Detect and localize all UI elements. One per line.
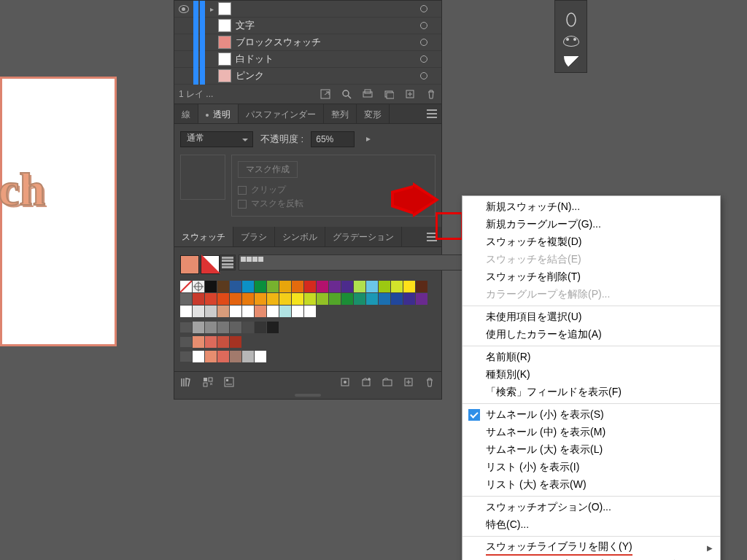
menu-item[interactable]: 未使用項目を選択(U) (462, 308, 720, 326)
swatch[interactable] (255, 281, 266, 292)
swatch[interactable] (217, 293, 229, 305)
menu-item[interactable]: 種類別(K) (462, 366, 720, 384)
swatch[interactable] (255, 351, 266, 362)
menu-item[interactable]: スウォッチライブラリを交換用として保存(V)... (462, 556, 720, 560)
list-view-button[interactable] (220, 254, 236, 271)
new-layer-icon[interactable] (403, 88, 416, 101)
target-icon[interactable] (420, 39, 427, 46)
swatch[interactable] (366, 281, 378, 292)
swatch[interactable] (354, 293, 365, 305)
swatch[interactable] (180, 306, 192, 317)
swatch[interactable] (205, 322, 217, 333)
menu-item[interactable]: 「検索」フィールドを表示(F) (462, 384, 720, 401)
target-icon[interactable] (420, 5, 427, 12)
menu-item[interactable]: スウォッチオプション(O)... (462, 499, 720, 516)
swatch[interactable] (242, 351, 254, 362)
swatch[interactable] (217, 351, 229, 362)
swatch[interactable] (391, 281, 403, 292)
swatch[interactable] (230, 306, 241, 317)
swatch[interactable] (267, 322, 279, 333)
layer-row[interactable]: 白ドット (174, 51, 441, 68)
swatch[interactable] (267, 293, 279, 305)
swatch[interactable] (242, 293, 254, 305)
current-swatch[interactable] (180, 255, 220, 274)
clip-checkbox[interactable] (238, 186, 247, 195)
menu-item[interactable]: 新規スウォッチ(N)... (462, 198, 720, 216)
swatch[interactable] (292, 293, 303, 305)
layer-row[interactable]: ▸ (174, 1, 441, 18)
swatch[interactable] (193, 351, 204, 362)
swatch[interactable] (205, 281, 217, 292)
panel-resize-grip[interactable] (174, 392, 441, 399)
swatch-options-icon[interactable] (222, 376, 235, 388)
swatch[interactable] (242, 281, 254, 292)
opacity-input[interactable]: 65% (311, 131, 355, 147)
opacity-slider-arrow-icon[interactable] (362, 133, 374, 146)
swatch[interactable] (304, 306, 316, 317)
menu-item[interactable]: スウォッチを削除(T) (462, 268, 720, 286)
none-swatch[interactable] (180, 281, 192, 292)
ellipse-icon[interactable] (562, 11, 581, 28)
swatch[interactable] (230, 351, 241, 362)
swatch[interactable] (205, 336, 217, 348)
new-swatch-icon[interactable] (402, 376, 414, 388)
color-group-row[interactable] (180, 322, 436, 333)
swatch[interactable] (267, 281, 279, 292)
swatch[interactable] (230, 322, 241, 333)
tab-透明[interactable]: 透明 (198, 104, 239, 123)
color-group-row[interactable] (180, 351, 436, 362)
swatch[interactable] (230, 281, 241, 292)
color-group-row[interactable] (180, 336, 436, 348)
panel-menu-icon[interactable] (422, 104, 441, 123)
swatch[interactable] (379, 293, 390, 305)
tab-グラデーション[interactable]: グラデーション (325, 227, 402, 246)
clip-mask-icon[interactable] (361, 88, 374, 101)
swatch[interactable] (403, 293, 415, 305)
menu-item[interactable]: サムネール (小) を表示(S) (462, 406, 720, 424)
menu-item[interactable]: 新規カラーグループ(G)... (462, 216, 720, 233)
show-kinds-icon[interactable] (201, 376, 214, 388)
grid-view-button[interactable] (239, 254, 487, 271)
panel-menu-icon[interactable] (422, 227, 441, 246)
target-icon[interactable] (420, 22, 427, 29)
layer-row[interactable]: ピンク (174, 68, 441, 85)
tab-シンボル[interactable]: シンボル (275, 227, 325, 246)
swatch[interactable] (193, 322, 204, 333)
swatch[interactable] (217, 322, 229, 333)
folder-icon[interactable] (180, 351, 192, 362)
swatch[interactable] (279, 306, 291, 317)
swatch[interactable] (230, 336, 241, 348)
target-icon[interactable] (420, 72, 427, 79)
swatch[interactable] (391, 293, 403, 305)
layer-row[interactable]: ブロックスウォッチ (174, 34, 441, 51)
swatch[interactable] (329, 281, 341, 292)
registration-swatch[interactable] (193, 281, 204, 292)
menu-item[interactable]: サムネール (大) を表示(L) (462, 441, 720, 459)
swatch[interactable] (267, 306, 279, 317)
locate-object-icon[interactable] (319, 88, 331, 101)
swatch[interactable] (416, 293, 427, 305)
swatch[interactable] (403, 281, 415, 292)
gradient-wedge-icon[interactable] (562, 55, 581, 72)
menu-item[interactable]: リスト (小) を表示(I) (462, 459, 720, 476)
tab-整列[interactable]: 整列 (324, 104, 357, 123)
swatch[interactable] (242, 322, 254, 333)
swatch[interactable] (205, 306, 217, 317)
swatch[interactable] (304, 281, 316, 292)
menu-item[interactable]: リスト (大) を表示(W) (462, 476, 720, 494)
trash-icon[interactable] (425, 88, 437, 101)
swatch[interactable] (341, 281, 353, 292)
swatch[interactable] (279, 281, 291, 292)
swatch[interactable] (242, 306, 254, 317)
swatch[interactable] (255, 293, 266, 305)
folder-icon[interactable] (180, 337, 192, 347)
swatch[interactable] (317, 293, 328, 305)
folder-icon[interactable] (180, 322, 192, 332)
invert-mask-checkbox[interactable] (238, 200, 247, 209)
swatch[interactable] (255, 322, 266, 333)
tab-変形[interactable]: 変形 (357, 104, 390, 123)
swatch[interactable] (217, 281, 229, 292)
new-sublayer-icon[interactable] (382, 88, 395, 101)
make-mask-button[interactable]: マスク作成 (238, 161, 298, 178)
search-icon[interactable] (340, 88, 352, 101)
